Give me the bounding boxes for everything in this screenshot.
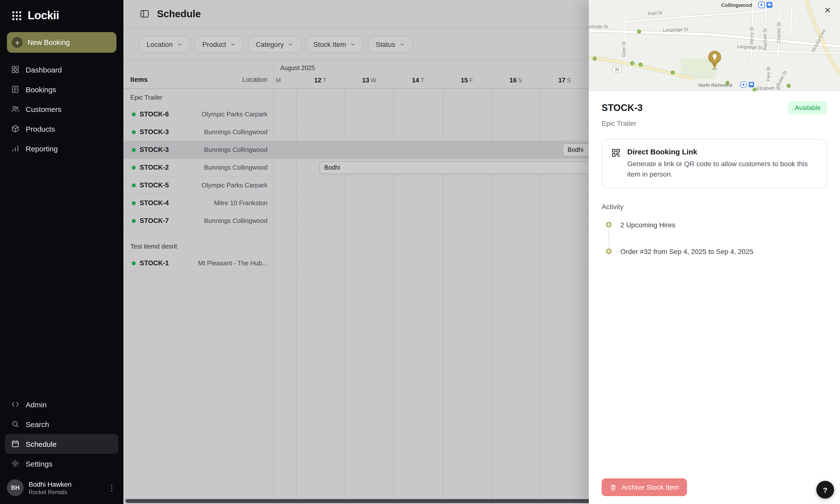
sidebar-toggle-icon[interactable]	[139, 8, 150, 19]
code-icon	[11, 400, 20, 409]
sidebar-item-customers[interactable]: Customers	[0, 99, 123, 119]
stock-location: Bunnings Collingwood	[204, 217, 267, 224]
new-booking-button[interactable]: + New Booking	[7, 32, 117, 53]
timeline-connector	[609, 228, 610, 247]
day-header: 16S	[501, 76, 530, 84]
stock-location: Mitre 10 Frankston	[214, 199, 267, 206]
booking-bar[interactable]: Bodhi	[319, 161, 596, 174]
filter-status[interactable]: Status	[368, 36, 412, 53]
dashboard-icon	[11, 65, 20, 74]
sidebar-nav-top: Dashboard Bookings Customers Products	[0, 60, 123, 158]
brand-logo: Lockii	[0, 0, 123, 27]
stock-location: Bunnings Collingwood	[204, 164, 267, 171]
direct-booking-link-card[interactable]: Direct Booking Link Generate a link or Q…	[601, 139, 827, 188]
status-dot	[132, 112, 136, 116]
svg-text:Gore St: Gore St	[622, 42, 626, 57]
filter-label: Status	[375, 40, 395, 48]
month-label: August 2025	[280, 65, 315, 72]
svg-text:Raphael St: Raphael St	[763, 28, 767, 50]
filter-label: Product	[202, 40, 226, 48]
filter-product[interactable]: Product	[195, 36, 244, 53]
stock-location: Mt Pleasant - The Hub...	[198, 259, 267, 267]
sidebar-item-admin[interactable]: Admin	[0, 395, 123, 414]
sidebar-item-label: Customers	[26, 105, 62, 113]
tram-icon	[749, 82, 754, 87]
stock-code: STOCK-2	[140, 164, 169, 171]
stock-code: STOCK-3	[140, 128, 169, 136]
sidebar-item-settings[interactable]: Settings	[0, 454, 123, 473]
grid-line	[492, 89, 492, 504]
svg-text:32: 32	[615, 67, 619, 72]
filter-location[interactable]: Location	[139, 36, 190, 53]
svg-text:Charles St: Charles St	[776, 22, 781, 43]
app-window: Lockii + New Booking Dashboard Bookings	[0, 0, 840, 504]
sidebar-item-reporting[interactable]: Reporting	[0, 139, 123, 158]
map-area-label: Collingwood	[721, 2, 752, 8]
activity-heading: Activity	[601, 203, 827, 211]
items-header: Items Location	[123, 61, 274, 88]
grid-line	[296, 89, 297, 504]
sidebar-item-schedule[interactable]: Schedule	[5, 434, 119, 454]
chevron-down-icon	[288, 41, 294, 47]
close-icon[interactable]: ×	[820, 3, 835, 18]
stock-location: Bunnings Collingwood	[204, 146, 267, 154]
panel-content: STOCK-3 Available Epic Trailer Direct Bo…	[589, 91, 840, 504]
lockii-grid-logo-icon	[11, 10, 23, 21]
stock-location: Olympic Parks Carpark	[202, 110, 267, 118]
status-dot	[132, 261, 136, 265]
train-icon	[758, 2, 765, 8]
sidebar: Lockii + New Booking Dashboard Bookings	[0, 0, 123, 504]
sidebar-item-label: Settings	[26, 460, 52, 468]
sidebar-item-bookings[interactable]: Bookings	[0, 79, 123, 99]
booking-bar-label: Bodhi	[324, 164, 340, 171]
gear-icon	[11, 459, 20, 468]
stock-detail-panel: 32 Peel St Langridge St Langridge St Ger…	[589, 0, 840, 504]
search-icon	[11, 420, 20, 429]
activity-entry-order-link[interactable]: Order #32 from Sep 4, 2025 to Sep 4, 202…	[601, 246, 827, 257]
sidebar-nav-bottom: Admin Search Schedule Settings	[0, 395, 123, 473]
map[interactable]: 32 Peel St Langridge St Langridge St Ger…	[589, 0, 840, 91]
svg-text:Park St: Park St	[766, 67, 771, 81]
status-dot	[132, 219, 136, 223]
user-org: Rocket Rentals	[29, 489, 100, 495]
status-dot	[132, 148, 136, 152]
status-dot	[132, 183, 136, 187]
sidebar-item-label: Bookings	[26, 85, 56, 93]
help-button[interactable]: ?	[816, 481, 834, 499]
grid-line	[345, 89, 346, 504]
sidebar-item-products[interactable]: Products	[0, 119, 123, 139]
day-header: 13W	[354, 76, 384, 84]
stock-code: STOCK-5	[140, 181, 169, 189]
user-profile[interactable]: BH Bodhi Hawken Rocket Rentals ⋮	[0, 473, 123, 504]
svg-text:Henry St: Henry St	[749, 27, 754, 44]
status-dot	[132, 201, 136, 205]
avatar: BH	[7, 479, 24, 496]
filter-stock-item[interactable]: Stock Item	[306, 36, 363, 53]
sidebar-item-label: Reporting	[26, 144, 58, 152]
day-header: M	[274, 76, 285, 84]
booking-bar-label: Bodhi	[567, 146, 583, 154]
filter-label: Category	[256, 40, 284, 48]
status-dot	[132, 165, 136, 169]
product-subtitle: Epic Trailer	[601, 119, 827, 127]
brand-name: Lockii	[28, 9, 59, 22]
chevron-down-icon	[177, 41, 182, 47]
filter-label: Stock Item	[313, 40, 346, 48]
user-menu-kebab-icon[interactable]: ⋮	[105, 482, 117, 493]
stock-code: STOCK-6	[140, 110, 169, 118]
customers-icon	[11, 105, 20, 113]
stock-code: STOCK-3	[140, 146, 169, 154]
activity-timeline: 2 Upcoming Hires Order #32 from Sep 4, 2…	[601, 219, 827, 257]
user-name: Bodhi Hawken	[29, 481, 100, 488]
new-booking-label: New Booking	[28, 38, 70, 46]
tram-icon	[767, 2, 772, 8]
timeline-dot	[606, 222, 612, 227]
sidebar-item-search[interactable]: Search	[0, 414, 123, 434]
activity-text: 2 Upcoming Hires	[620, 221, 676, 229]
sidebar-item-dashboard[interactable]: Dashboard	[0, 60, 123, 79]
filter-category[interactable]: Category	[248, 36, 301, 53]
status-badge: Available	[788, 101, 827, 114]
day-header: 17S	[550, 76, 579, 84]
activity-text: Order #32 from Sep 4, 2025 to Sep 4, 202…	[620, 248, 753, 255]
archive-stock-item-button[interactable]: Archive Stock Item	[601, 478, 687, 496]
